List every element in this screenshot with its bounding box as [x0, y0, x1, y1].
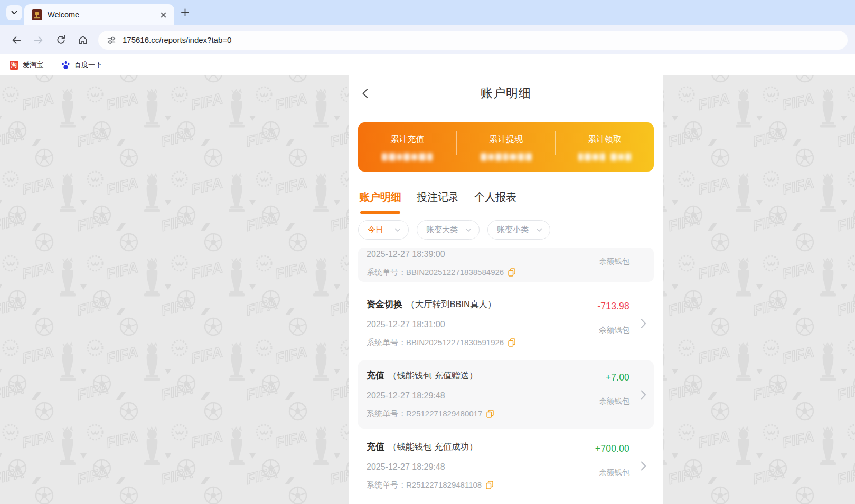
transaction-row[interactable]: 充值（钱能钱包 充值成功） 2025-12-27 18:29:48 系统单号： … [358, 432, 654, 500]
wallet-label: 余额钱包 [597, 325, 629, 335]
copy-icon[interactable] [508, 268, 515, 277]
baidu-icon [61, 61, 70, 70]
wallet-label: 余额钱包 [599, 256, 629, 267]
account-detail-panel: 账户明细 累计充值 累计提现 累计领取 [349, 75, 663, 504]
masked-amount [382, 153, 433, 161]
order-number-line: 系统单号： BBIN202512271830591926 [367, 337, 643, 348]
order-number-label: 系统单号： [367, 480, 406, 490]
summary-divider [456, 131, 457, 155]
order-number-line: 系统单号： R2512271829480017 [367, 408, 643, 419]
filter-subcategory-select[interactable]: 账变小类 [487, 220, 550, 240]
summary-total-deposit: 累计充值 [358, 122, 457, 172]
chevron-right-icon[interactable] [641, 318, 646, 328]
chevron-down-icon [11, 11, 17, 15]
transaction-type: 资金切换 [367, 299, 402, 309]
summary-label: 累计提现 [489, 134, 523, 145]
order-number-line: 系统单号： BBIN202512271838584926 [367, 267, 643, 278]
tab-title: Welcome [48, 11, 158, 19]
summary-total-claimed: 累计领取 [555, 122, 654, 172]
transaction-type: 充值 [367, 442, 384, 452]
site-favicon-icon [32, 9, 42, 20]
tab-account-detail[interactable]: 账户明细 [358, 182, 402, 213]
wallet-label: 余额钱包 [599, 396, 629, 406]
bookmarks-bar: 淘 爱淘宝 百度一下 [0, 54, 855, 75]
transaction-row[interactable]: 资金切换（大厅转到BBIN真人） 2025-12-27 18:31:00 系统单… [358, 289, 654, 357]
report-tabs: 账户明细 投注记录 个人报表 [349, 182, 663, 213]
chevron-right-icon[interactable] [641, 389, 646, 400]
copy-icon[interactable] [508, 338, 515, 347]
copy-icon[interactable] [486, 481, 493, 489]
chevron-down-icon [536, 228, 542, 232]
transaction-subtitle: （钱能钱包 充值赠送） [388, 370, 478, 380]
summary-section: 累计充值 累计提现 累计领取 [349, 111, 663, 172]
filter-label: 账变小类 [497, 225, 529, 235]
browser-tab-welcome[interactable]: Welcome [24, 4, 174, 25]
plus-icon [181, 8, 189, 16]
transaction-amount: +7.00 [599, 372, 629, 383]
home-icon [77, 34, 89, 46]
order-number-value: R2512271829480017 [406, 408, 482, 419]
transaction-subtitle: （大厅转到BBIN真人） [406, 299, 496, 309]
order-number-value: BBIN202512271830591926 [406, 337, 504, 348]
filter-date-select[interactable]: 今日 [358, 220, 409, 240]
row-right: -713.98 余额钱包 [597, 301, 629, 335]
forward-arrow-icon [33, 34, 44, 46]
chevron-down-icon [394, 228, 401, 232]
reload-icon [55, 34, 67, 45]
copy-icon[interactable] [486, 410, 494, 418]
page-area: FIFA [0, 75, 855, 504]
url-text[interactable]: 175616.cc/reports/index?tab=0 [123, 35, 231, 44]
filter-label: 账变大类 [426, 225, 458, 235]
browser-toolbar: 175616.cc/reports/index?tab=0 [0, 25, 855, 54]
back-arrow-icon [11, 34, 22, 46]
wallet-label: 余额钱包 [595, 468, 629, 478]
order-number-label: 系统单号： [367, 267, 406, 278]
page-title: 账户明细 [481, 85, 531, 101]
browser-window: Welcome 175616.c [0, 0, 855, 504]
summary-total-withdraw: 累计提现 [457, 122, 556, 172]
tab-bet-records[interactable]: 投注记录 [416, 182, 460, 213]
row-right: +7.00 余额钱包 [599, 372, 629, 406]
taobao-icon: 淘 [10, 61, 18, 70]
site-info-tune-icon[interactable] [107, 35, 116, 45]
transaction-row[interactable]: 2025-12-27 18:39:00 系统单号： BBIN2025122718… [358, 248, 654, 282]
new-tab-button[interactable] [178, 7, 191, 20]
chevron-right-icon[interactable] [641, 461, 646, 471]
reload-button[interactable] [52, 31, 70, 49]
chevron-down-icon [465, 228, 472, 232]
row-right: +700.00 余额钱包 [595, 443, 629, 478]
order-number-line: 系统单号： R2512271829481108 [367, 480, 643, 490]
filter-label: 今日 [368, 225, 383, 235]
order-number-label: 系统单号： [367, 337, 406, 348]
tab-strip: Welcome [0, 0, 855, 25]
address-bar[interactable]: 175616.cc/reports/index?tab=0 [98, 31, 848, 50]
tab-close-icon[interactable] [158, 10, 168, 20]
summary-label: 累计充值 [390, 134, 424, 145]
back-button[interactable] [7, 31, 25, 49]
bookmark-taobao[interactable]: 淘 爱淘宝 [10, 60, 43, 70]
filter-bar: 今日 账变大类 账变小类 [349, 213, 663, 248]
summary-divider [555, 131, 556, 155]
transaction-amount: -713.98 [597, 301, 629, 312]
bookmark-baidu[interactable]: 百度一下 [61, 60, 102, 70]
transaction-subtitle: （钱能钱包 充值成功） [388, 442, 478, 451]
bookmark-label: 百度一下 [74, 60, 102, 70]
forward-button[interactable] [30, 31, 48, 49]
filter-category-select[interactable]: 账变大类 [417, 220, 480, 240]
masked-amount [578, 153, 631, 161]
tab-personal-report[interactable]: 个人报表 [473, 182, 518, 213]
order-number-value: R2512271829481108 [406, 480, 482, 490]
summary-card: 累计充值 累计提现 累计领取 [358, 122, 654, 172]
tab-search-button[interactable] [6, 5, 22, 20]
page-header: 账户明细 [349, 75, 663, 111]
order-number-label: 系统单号： [367, 408, 406, 419]
masked-amount [481, 153, 532, 161]
back-chevron-icon[interactable] [360, 88, 371, 99]
home-button[interactable] [74, 31, 92, 49]
transaction-list: 2025-12-27 18:39:00 系统单号： BBIN2025122718… [349, 248, 663, 500]
transaction-amount: +700.00 [595, 443, 629, 454]
order-number-value: BBIN202512271838584926 [406, 267, 504, 278]
transaction-row[interactable]: 充值（钱能钱包 充值赠送） 2025-12-27 18:29:48 系统单号： … [358, 360, 654, 429]
bookmark-label: 爱淘宝 [23, 60, 43, 70]
transaction-type: 充值 [367, 370, 384, 381]
